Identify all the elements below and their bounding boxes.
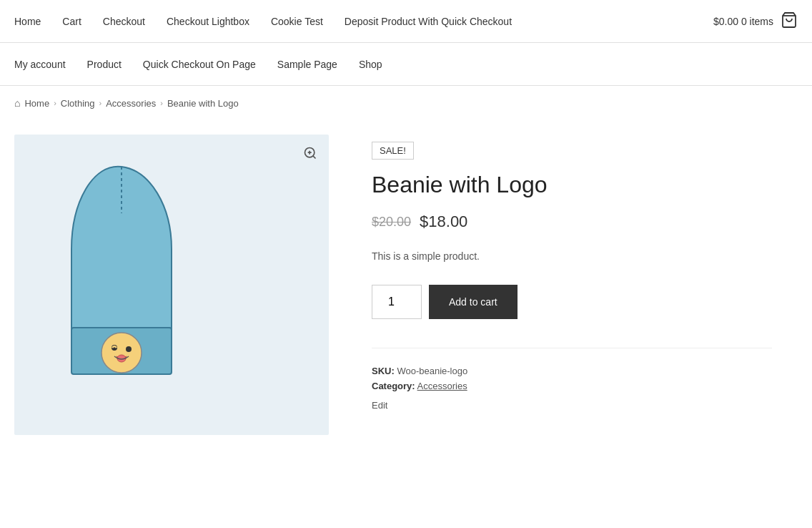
- nav-shop[interactable]: Shop: [359, 59, 382, 70]
- product-image: [14, 135, 329, 435]
- nav-sample-page[interactable]: Sample Page: [277, 59, 337, 70]
- svg-line-2: [313, 156, 316, 159]
- sku-row: SKU: Woo-beanie-logo: [372, 366, 772, 376]
- product-details: SALE! Beanie with Logo $20.00 $18.00 Thi…: [372, 135, 772, 435]
- category-row: Category: Accessories: [372, 381, 772, 391]
- nav-home[interactable]: Home: [14, 16, 41, 27]
- cart-area: $0.00 0 items: [713, 11, 798, 31]
- sale-badge: SALE!: [372, 142, 414, 160]
- add-to-cart-button[interactable]: Add to cart: [429, 285, 518, 319]
- price-area: $20.00 $18.00: [372, 212, 772, 231]
- zoom-button[interactable]: [300, 143, 320, 163]
- top-nav-links: Home Cart Checkout Checkout Lightbox Coo…: [14, 16, 713, 27]
- svg-point-9: [126, 346, 132, 352]
- breadcrumb-home[interactable]: Home: [24, 98, 49, 109]
- breadcrumb-clothing[interactable]: Clothing: [61, 98, 95, 109]
- nav-deposit-product[interactable]: Deposit Product With Quick Checkout: [345, 16, 512, 27]
- cart-icon: [781, 11, 798, 29]
- second-navigation: My account Product Quick Checkout On Pag…: [0, 43, 812, 86]
- breadcrumb-sep-1: ›: [54, 99, 56, 107]
- product-image-wrapper: [14, 135, 329, 435]
- product-area: SALE! Beanie with Logo $20.00 $18.00 Thi…: [0, 120, 786, 464]
- nav-checkout[interactable]: Checkout: [103, 16, 145, 27]
- breadcrumb: ⌂ Home › Clothing › Accessories › Beanie…: [0, 86, 812, 120]
- quantity-input[interactable]: [372, 285, 422, 319]
- nav-quick-checkout[interactable]: Quick Checkout On Page: [143, 59, 256, 70]
- sku-label: SKU:: [372, 366, 395, 376]
- product-meta: SKU: Woo-beanie-logo Category: Accessori…: [372, 348, 772, 411]
- cart-total: $0.00 0 items: [713, 16, 773, 27]
- category-link[interactable]: Accessories: [417, 381, 467, 391]
- breadcrumb-accessories[interactable]: Accessories: [106, 98, 156, 109]
- nav-checkout-lightbox[interactable]: Checkout Lightbox: [167, 16, 249, 27]
- top-navigation: Home Cart Checkout Checkout Lightbox Coo…: [0, 0, 812, 43]
- nav-cookie-test[interactable]: Cookie Test: [271, 16, 323, 27]
- breadcrumb-sep-3: ›: [160, 99, 163, 107]
- category-label: Category:: [372, 381, 415, 391]
- sale-price: $18.00: [420, 212, 467, 231]
- add-to-cart-area: Add to cart: [372, 285, 772, 319]
- breadcrumb-sep-2: ›: [99, 99, 102, 107]
- nav-my-account[interactable]: My account: [14, 59, 66, 70]
- svg-point-7: [102, 333, 142, 373]
- product-description: This is a simple product.: [372, 248, 772, 264]
- original-price: $20.00: [372, 215, 411, 230]
- nav-cart[interactable]: Cart: [62, 16, 81, 27]
- edit-link[interactable]: Edit: [372, 400, 772, 411]
- product-title: Beanie with Logo: [372, 171, 772, 198]
- cart-icon-button[interactable]: [781, 11, 798, 31]
- sku-value-text: Woo-beanie-logo: [397, 366, 467, 376]
- home-icon: ⌂: [14, 97, 20, 109]
- nav-product[interactable]: Product: [87, 59, 122, 70]
- breadcrumb-current: Beanie with Logo: [167, 98, 239, 109]
